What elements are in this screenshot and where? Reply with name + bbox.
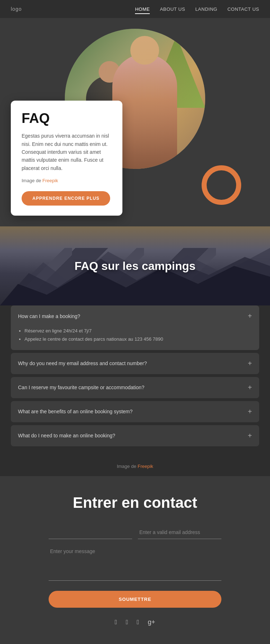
faq-item-5-header[interactable]: What do I need to make an online booking… bbox=[11, 425, 259, 446]
navbar: logo HOME ABOUT US LANDING CONTACT US bbox=[0, 0, 270, 18]
nav-link-contact[interactable]: CONTACT US bbox=[228, 6, 259, 13]
faq-item-1: How can I make a booking? + Réservez en … bbox=[11, 305, 259, 350]
contact-form: SOUMETTRE bbox=[49, 526, 221, 618]
faq-item-4: What are the benefits of an online booki… bbox=[11, 401, 259, 422]
twitter-icon[interactable]:  bbox=[126, 618, 128, 626]
faq-accordion: How can I make a booking? + Réservez en … bbox=[0, 305, 270, 456]
contact-title: Entrer en contact bbox=[11, 494, 259, 511]
orange-ring-inner bbox=[211, 172, 232, 194]
facebook-icon[interactable]:  bbox=[115, 618, 117, 626]
faq-answer-1: Réservez en ligne 24h/24 et 7j/7 Appelez… bbox=[11, 327, 259, 350]
tent-decoration bbox=[148, 36, 205, 108]
googleplus-icon[interactable]: g+ bbox=[148, 618, 156, 626]
faq-camping-title: FAQ sur les campings bbox=[75, 259, 195, 273]
name-input[interactable] bbox=[49, 526, 132, 539]
faq-toggle-4: + bbox=[248, 408, 252, 416]
faq-item-4-header[interactable]: What are the benefits of an online booki… bbox=[11, 401, 259, 422]
freepik-link-2[interactable]: Freepik bbox=[138, 464, 153, 469]
message-textarea[interactable] bbox=[49, 545, 221, 581]
faq-question-3: Can I reserve my favourite campsite or a… bbox=[18, 385, 144, 390]
faq-camping-section: FAQ sur les campings How can I make a bo… bbox=[0, 226, 270, 476]
freepik-link[interactable]: Freepik bbox=[42, 178, 58, 183]
nav-link-landing[interactable]: LANDING bbox=[195, 6, 217, 13]
faq-item-3: Can I reserve my favourite campsite or a… bbox=[11, 377, 259, 398]
faq-image-credit: Image de Freepik bbox=[0, 456, 270, 476]
faq-answer-1-item-1: Réservez en ligne 24h/24 et 7j/7 bbox=[24, 327, 252, 335]
social-icons:    g+ bbox=[11, 618, 259, 626]
faq-item-3-header[interactable]: Can I reserve my favourite campsite or a… bbox=[11, 377, 259, 398]
faq-toggle-5: + bbox=[248, 432, 252, 440]
contact-section: Entrer en contact SOUMETTRE    g+ bbox=[0, 476, 270, 644]
nav-link-about[interactable]: ABOUT US bbox=[160, 6, 185, 13]
message-wrap bbox=[49, 545, 221, 582]
faq-answer-1-item-2: Appelez le centre de contact des parcs n… bbox=[24, 335, 252, 343]
hero-section: FAQ Egestas purus viverra accumsan in ni… bbox=[0, 18, 270, 226]
faq-toggle-1: + bbox=[248, 312, 252, 320]
faq-question-4: What are the benefits of an online booki… bbox=[18, 409, 132, 414]
faq-question-2: Why do you need my email address and con… bbox=[18, 360, 147, 366]
faq-toggle-2: + bbox=[248, 359, 252, 368]
faq-toggle-3: + bbox=[248, 383, 252, 392]
faq-card-description: Egestas purus viverra accumsan in nisl n… bbox=[22, 132, 112, 172]
email-input[interactable] bbox=[138, 526, 221, 539]
faq-item-1-header[interactable]: How can I make a booking? + bbox=[11, 305, 259, 327]
learn-more-button[interactable]: APPRENDRE ENCORE PLUS bbox=[22, 191, 110, 206]
form-name-email-row bbox=[49, 526, 221, 539]
nav-links: HOME ABOUT US LANDING CONTACT US bbox=[135, 6, 259, 12]
faq-question-1: How can I make a booking? bbox=[18, 313, 80, 319]
instagram-icon[interactable]:  bbox=[137, 618, 139, 626]
faq-question-5: What do I need to make an online booking… bbox=[18, 433, 115, 438]
faq-card-image-credit: Image de Freepik bbox=[22, 177, 112, 185]
mountain-background: FAQ sur les campings bbox=[0, 226, 270, 305]
logo: logo bbox=[11, 6, 22, 12]
faq-item-2-header[interactable]: Why do you need my email address and con… bbox=[11, 353, 259, 374]
faq-intro-card: FAQ Egestas purus viverra accumsan in ni… bbox=[11, 101, 122, 216]
faq-item-2: Why do you need my email address and con… bbox=[11, 353, 259, 374]
faq-item-5: What do I need to make an online booking… bbox=[11, 425, 259, 446]
faq-card-title: FAQ bbox=[22, 111, 112, 126]
submit-button[interactable]: SOUMETTRE bbox=[49, 591, 221, 608]
mountain-svg bbox=[0, 241, 270, 305]
nav-link-home[interactable]: HOME bbox=[135, 6, 150, 14]
